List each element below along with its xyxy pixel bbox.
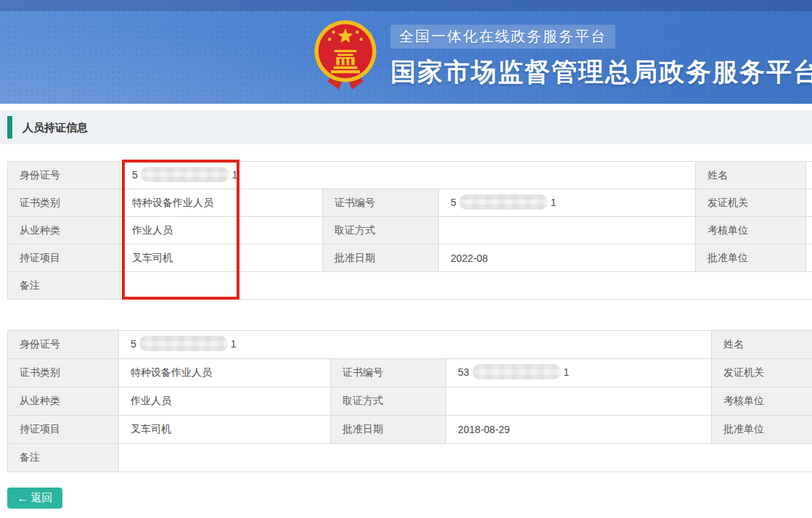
banner-content: 全国一体化在线政务服务平台 国家市场监督管理总局政务服务平台 [312,20,812,91]
table-row: 证书类别特种设备作业人员证书编号531发证机关 [8,359,812,387]
field-value-cell: 51 [439,189,696,217]
field-label-cell: 取证方式 [323,217,439,244]
field-label-cell: 从业种类 [8,387,119,416]
field-value-cell: 叉车司机 [119,416,331,444]
certificate-table-2-wrap: 身份证号51姓名证书类别特种设备作业人员证书编号531发证机关从业种类作业人员取… [7,330,812,472]
table-row: 备注 [8,444,812,472]
field-value-cell [806,217,812,244]
field-label-cell: 身份证号 [8,162,120,189]
field-value-cell: 2018-08-29 [446,416,712,444]
redacted-blur-blob [459,194,548,210]
field-label-cell: 批准日期 [331,416,446,444]
field-value-cell [119,444,812,472]
field-label-cell: 证书类别 [8,359,119,387]
field-value-cell [806,189,812,217]
page: 全国一体化在线政务服务平台 国家市场监督管理总局政务服务平台 人员持证信息 身份… [0,0,812,518]
back-button[interactable]: ← 返回 [7,488,62,509]
table-row: 持证项目叉车司机批准日期2022-08批准单位 [8,244,812,272]
redacted-blur-blob [141,167,229,182]
field-label-cell: 备注 [8,444,119,472]
table-row: 身份证号51姓名 [8,331,812,359]
field-label-cell: 备注 [8,272,120,300]
back-arrow-icon: ← [17,493,29,504]
certificate-table-1: 身份证号51姓名证书类别特种设备作业人员证书编号51发证机关从业种类作业人员取证… [7,161,812,300]
section-header: 人员持证信息 [0,110,812,144]
field-label-cell: 考核单位 [712,387,812,416]
field-label-cell: 姓名 [696,162,806,189]
field-label-cell: 发证机关 [696,189,806,217]
field-label-cell: 批准日期 [323,244,439,272]
field-label-cell: 取证方式 [331,387,446,416]
field-label-cell: 发证机关 [712,359,812,387]
field-label-cell: 考核单位 [696,217,806,244]
field-label-cell: 持证项目 [8,244,120,272]
field-label-cell: 姓名 [712,331,812,359]
platform-tagline: 全国一体化在线政务服务平台 [390,25,615,49]
field-value-cell: 作业人员 [120,217,323,244]
field-label-cell: 从业种类 [8,217,120,244]
field-value-cell: 特种设备作业人员 [120,189,323,217]
field-value-cell: 特种设备作业人员 [119,359,331,387]
banner-titles: 全国一体化在线政务服务平台 国家市场监督管理总局政务服务平台 [390,20,812,91]
back-button-label: 返回 [31,491,53,505]
table-row: 持证项目叉车司机批准日期2018-08-29批准单位 [8,416,812,444]
field-value-cell: 叉车司机 [120,244,323,272]
field-value-cell [439,217,696,244]
redacted-blur-blob [139,336,228,351]
field-value-cell [446,387,712,416]
field-label-cell: 证书编号 [323,189,439,217]
redacted-blur-blob [472,364,561,379]
field-value-cell: 2022-08 [439,244,696,272]
field-value-cell: 51 [119,331,712,359]
field-label-cell: 证书编号 [331,359,446,387]
table-row: 备注 [8,272,812,300]
certificate-table-1-wrap: 身份证号51姓名证书类别特种设备作业人员证书编号51发证机关从业种类作业人员取证… [7,161,812,300]
field-value-cell: 51 [120,162,696,189]
field-value-cell [806,162,812,189]
national-emblem-icon [312,20,379,91]
field-label-cell: 证书类别 [8,189,120,217]
table-row: 从业种类作业人员取证方式考核单位 [8,387,812,416]
section-title: 人员持证信息 [22,110,88,144]
field-label-cell: 批准单位 [712,416,812,444]
table-row: 从业种类作业人员取证方式考核单位 [8,217,812,244]
field-value-cell [806,244,812,272]
table-row: 证书类别特种设备作业人员证书编号51发证机关 [8,189,812,217]
site-banner: 全国一体化在线政务服务平台 国家市场监督管理总局政务服务平台 [0,0,812,104]
field-value-cell: 作业人员 [119,387,331,416]
table-row: 身份证号51姓名 [8,162,812,189]
site-title: 国家市场监督管理总局政务服务平台 [390,55,812,89]
field-label-cell: 持证项目 [8,416,119,444]
field-label-cell: 身份证号 [8,331,119,359]
field-value-cell [120,272,812,300]
field-value-cell: 531 [446,359,712,387]
certificate-table-2: 身份证号51姓名证书类别特种设备作业人员证书编号531发证机关从业种类作业人员取… [7,330,812,472]
section-accent-bar [7,116,12,139]
field-label-cell: 批准单位 [696,244,806,272]
